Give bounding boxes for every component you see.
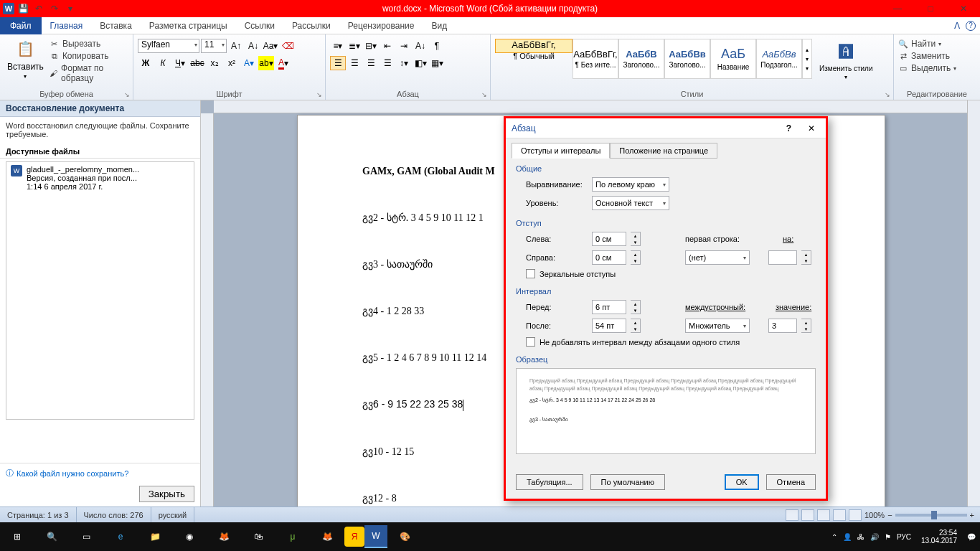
- view-outline-icon[interactable]: [833, 509, 846, 521]
- tray-volume-icon[interactable]: 🔊: [870, 533, 879, 541]
- zoom-value[interactable]: 100%: [864, 511, 885, 519]
- space-after-input[interactable]: 54 пт: [592, 319, 626, 333]
- mirror-indents-checkbox[interactable]: [526, 269, 535, 278]
- tray-clock[interactable]: 23:54 13.04.2017: [917, 529, 961, 545]
- tray-network-icon[interactable]: 🖧: [857, 533, 864, 541]
- alignment-select[interactable]: По левому краю▾: [592, 177, 669, 192]
- recovery-list[interactable]: W gladuell_-_perelomny_momen... Версия, …: [6, 161, 194, 420]
- styles-launcher-icon[interactable]: ↘: [885, 91, 890, 98]
- font-color-icon[interactable]: A▾: [275, 56, 291, 70]
- close-button[interactable]: ✕: [947, 0, 980, 17]
- save-icon[interactable]: 💾: [16, 1, 30, 16]
- borders-icon[interactable]: ▦▾: [429, 56, 445, 70]
- app-icon[interactable]: 🦊: [207, 522, 241, 551]
- style-normal[interactable]: АаБбВвГг,¶ Обычный: [495, 39, 573, 53]
- status-lang[interactable]: русский: [151, 507, 194, 522]
- spinner[interactable]: ▲▼: [631, 232, 641, 246]
- increase-indent-icon[interactable]: ⇥: [396, 39, 412, 53]
- explorer-icon[interactable]: 📁: [138, 522, 172, 551]
- spinner[interactable]: ▲▼: [631, 319, 641, 333]
- word-taskbar-icon[interactable]: W: [364, 525, 387, 548]
- first-line-by-input[interactable]: [768, 250, 797, 265]
- ok-button[interactable]: OK: [725, 474, 759, 490]
- indent-left-input[interactable]: 0 см: [592, 232, 626, 246]
- font-size-select[interactable]: 11▾: [201, 39, 227, 53]
- sort-icon[interactable]: A↓: [413, 39, 428, 53]
- paragraph-launcher-icon[interactable]: ↘: [481, 91, 487, 98]
- align-left-icon[interactable]: ☰: [330, 56, 346, 70]
- underline-button[interactable]: Ч▾: [172, 56, 188, 70]
- highlight-icon[interactable]: ab▾: [258, 56, 274, 70]
- change-case-icon[interactable]: Aa▾: [263, 39, 278, 53]
- minimize-button[interactable]: —: [881, 0, 914, 17]
- style-nospacing[interactable]: АаБбВвГг,¶ Без инте...: [573, 39, 618, 79]
- tab-review[interactable]: Рецензирование: [339, 18, 423, 34]
- replace-button[interactable]: ⇄Заменить: [898, 51, 950, 61]
- indent-right-input[interactable]: 0 см: [592, 250, 626, 265]
- superscript-button[interactable]: x²: [224, 56, 240, 70]
- yandex-icon[interactable]: Я: [344, 527, 364, 547]
- dialog-close-icon[interactable]: ✕: [803, 121, 820, 136]
- clear-format-icon[interactable]: ⌫: [280, 39, 296, 53]
- bold-button[interactable]: Ж: [138, 56, 154, 70]
- shading-icon[interactable]: ◧▾: [413, 56, 428, 70]
- default-button[interactable]: По умолчанию: [590, 474, 665, 490]
- torrent-icon[interactable]: μ: [275, 522, 310, 551]
- tabs-button[interactable]: Табуляция...: [516, 474, 583, 490]
- outline-level-select[interactable]: Основной текст▾: [592, 196, 669, 210]
- spinner[interactable]: ▲▼: [631, 300, 641, 314]
- multilevel-list-icon[interactable]: ⊟▾: [363, 39, 379, 53]
- file-tab[interactable]: Файл: [0, 17, 42, 34]
- tray-lang[interactable]: РУС: [897, 533, 911, 541]
- zoom-out-icon[interactable]: −: [887, 511, 892, 519]
- spinner[interactable]: ▲▼: [801, 319, 811, 333]
- paint-icon[interactable]: 🎨: [387, 522, 422, 551]
- grow-font-icon[interactable]: A↑: [228, 39, 244, 53]
- recovery-help-link[interactable]: ⓘКакой файл нужно сохранить?: [6, 468, 128, 479]
- tab-home[interactable]: Главная: [42, 18, 92, 34]
- dialog-tab-position[interactable]: Положение на странице: [610, 143, 717, 159]
- align-right-icon[interactable]: ☰: [363, 56, 379, 70]
- dialog-help-icon[interactable]: ?: [786, 123, 791, 133]
- status-page[interactable]: Страница: 1 из 3: [0, 507, 77, 522]
- style-heading2[interactable]: АаБбВвЗаголово...: [664, 39, 710, 79]
- number-list-icon[interactable]: ≣▾: [347, 39, 362, 53]
- view-web-icon[interactable]: [817, 509, 830, 521]
- shrink-font-icon[interactable]: A↓: [245, 39, 261, 53]
- tab-layout[interactable]: Разметка страницы: [141, 18, 236, 34]
- firefox-icon[interactable]: 🦊: [310, 522, 344, 551]
- vertical-ruler[interactable]: [201, 113, 214, 507]
- ribbon-minimize-icon[interactable]: ᐱ: [954, 21, 960, 31]
- select-button[interactable]: ▭Выделить▾: [898, 63, 956, 73]
- zoom-slider[interactable]: [895, 514, 967, 517]
- spinner[interactable]: ▲▼: [801, 250, 811, 265]
- edge-icon[interactable]: e: [103, 522, 138, 551]
- align-center-icon[interactable]: ☰: [347, 56, 362, 70]
- align-justify-icon[interactable]: ☰: [380, 56, 395, 70]
- spinner[interactable]: ▲▼: [631, 250, 641, 265]
- view-read-icon[interactable]: [801, 509, 814, 521]
- first-line-select[interactable]: (нет)▾: [685, 250, 750, 265]
- store-icon[interactable]: 🛍: [241, 522, 275, 551]
- chrome-icon[interactable]: ◉: [172, 522, 207, 551]
- text-effects-icon[interactable]: A▾: [241, 56, 257, 70]
- tray-flag-icon[interactable]: ⚑: [885, 533, 891, 541]
- paste-button[interactable]: 📋 Вставить ▾: [4, 36, 47, 81]
- tab-insert[interactable]: Вставка: [91, 18, 141, 34]
- line-spacing-icon[interactable]: ↕▾: [396, 56, 412, 70]
- cut-button[interactable]: ✂Вырезать: [50, 39, 128, 49]
- clipboard-launcher-icon[interactable]: ↘: [124, 91, 130, 98]
- help-icon[interactable]: ?: [966, 21, 976, 31]
- style-heading1[interactable]: АаБбВЗаголово...: [618, 39, 664, 79]
- decrease-indent-icon[interactable]: ⇤: [380, 39, 395, 53]
- qat-more-icon[interactable]: ▾: [63, 1, 77, 16]
- tab-references[interactable]: Ссылки: [236, 18, 283, 34]
- find-button[interactable]: 🔍Найти▾: [898, 39, 941, 49]
- maximize-button[interactable]: □: [914, 0, 947, 17]
- style-title[interactable]: АаБНазвание: [710, 39, 756, 79]
- tray-up-icon[interactable]: ⌃: [831, 533, 837, 541]
- tab-mailings[interactable]: Рассылки: [283, 18, 339, 34]
- tray-people-icon[interactable]: 👤: [843, 533, 852, 541]
- horizontal-ruler[interactable]: [214, 100, 980, 113]
- status-words[interactable]: Число слов: 276: [77, 507, 151, 522]
